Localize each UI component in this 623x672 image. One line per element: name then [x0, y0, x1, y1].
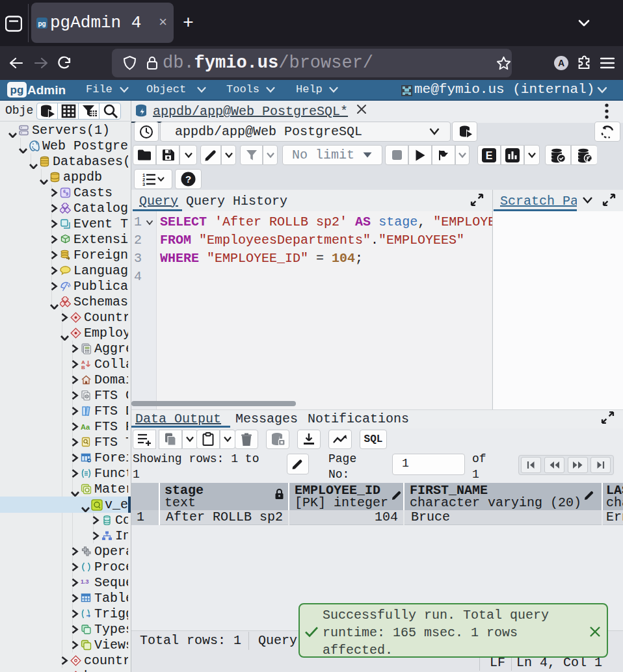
svg-text:B: B [81, 365, 85, 370]
svg-text:1.3: 1.3 [81, 578, 89, 585]
svg-text:3: 3 [142, 182, 145, 187]
svg-text:Admin: Admin [27, 83, 66, 97]
svg-text:9: 9 [66, 192, 68, 197]
svg-text:Aa: Aa [81, 423, 90, 431]
svg-text:pg: pg [10, 84, 24, 96]
svg-text:pg: pg [38, 19, 46, 27]
svg-text:A: A [558, 58, 564, 68]
svg-text:E: E [486, 150, 493, 161]
svg-text:?: ? [185, 174, 191, 185]
